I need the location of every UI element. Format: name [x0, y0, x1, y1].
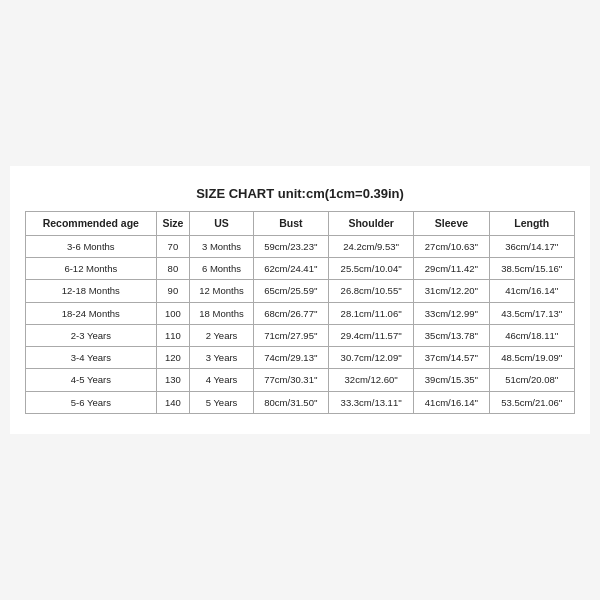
table-cell: 65cm/25.59'': [253, 280, 328, 302]
table-cell: 5-6 Years: [26, 391, 157, 413]
table-cell: 33.3cm/13.11'': [329, 391, 414, 413]
table-cell: 5 Years: [190, 391, 254, 413]
table-row: 4-5 Years1304 Years77cm/30.31''32cm/12.6…: [26, 369, 575, 391]
table-cell: 6 Months: [190, 257, 254, 279]
table-cell: 3 Months: [190, 235, 254, 257]
table-cell: 3-4 Years: [26, 347, 157, 369]
table-cell: 62cm/24.41'': [253, 257, 328, 279]
table-cell: 2 Years: [190, 324, 254, 346]
table-cell: 74cm/29.13'': [253, 347, 328, 369]
table-cell: 130: [156, 369, 190, 391]
table-cell: 77cm/30.31'': [253, 369, 328, 391]
column-header: Recommended age: [26, 211, 157, 235]
table-cell: 31cm/12.20'': [414, 280, 489, 302]
table-header-row: Recommended ageSizeUSBustShoulderSleeveL…: [26, 211, 575, 235]
column-header: US: [190, 211, 254, 235]
table-cell: 70: [156, 235, 190, 257]
table-cell: 28.1cm/11.06'': [329, 302, 414, 324]
size-table: Recommended ageSizeUSBustShoulderSleeveL…: [25, 211, 575, 414]
table-row: 18-24 Months10018 Months68cm/26.77''28.1…: [26, 302, 575, 324]
table-cell: 41cm/16.14'': [414, 391, 489, 413]
table-cell: 4-5 Years: [26, 369, 157, 391]
table-cell: 29.4cm/11.57'': [329, 324, 414, 346]
table-row: 5-6 Years1405 Years80cm/31.50''33.3cm/13…: [26, 391, 575, 413]
column-header: Bust: [253, 211, 328, 235]
table-cell: 71cm/27.95'': [253, 324, 328, 346]
table-cell: 46cm/18.11'': [489, 324, 574, 346]
table-cell: 12-18 Months: [26, 280, 157, 302]
table-cell: 53.5cm/21.06'': [489, 391, 574, 413]
table-cell: 29cm/11.42'': [414, 257, 489, 279]
table-cell: 38.5cm/15.16'': [489, 257, 574, 279]
table-cell: 30.7cm/12.09'': [329, 347, 414, 369]
table-cell: 35cm/13.78'': [414, 324, 489, 346]
table-cell: 36cm/14.17'': [489, 235, 574, 257]
column-header: Size: [156, 211, 190, 235]
table-cell: 120: [156, 347, 190, 369]
table-cell: 43.5cm/17.13'': [489, 302, 574, 324]
column-header: Sleeve: [414, 211, 489, 235]
column-header: Shoulder: [329, 211, 414, 235]
table-cell: 100: [156, 302, 190, 324]
table-cell: 32cm/12.60'': [329, 369, 414, 391]
table-cell: 4 Years: [190, 369, 254, 391]
table-row: 12-18 Months9012 Months65cm/25.59''26.8c…: [26, 280, 575, 302]
table-row: 6-12 Months806 Months62cm/24.41''25.5cm/…: [26, 257, 575, 279]
table-cell: 68cm/26.77'': [253, 302, 328, 324]
table-cell: 51cm/20.08'': [489, 369, 574, 391]
table-cell: 2-3 Years: [26, 324, 157, 346]
table-cell: 25.5cm/10.04'': [329, 257, 414, 279]
table-cell: 37cm/14.57'': [414, 347, 489, 369]
table-cell: 90: [156, 280, 190, 302]
table-cell: 140: [156, 391, 190, 413]
table-cell: 59cm/23.23'': [253, 235, 328, 257]
table-cell: 80: [156, 257, 190, 279]
table-cell: 3-6 Months: [26, 235, 157, 257]
table-cell: 39cm/15.35'': [414, 369, 489, 391]
table-cell: 41cm/16.14'': [489, 280, 574, 302]
column-header: Length: [489, 211, 574, 235]
table-cell: 80cm/31.50'': [253, 391, 328, 413]
table-cell: 27cm/10.63'': [414, 235, 489, 257]
table-row: 3-6 Months703 Months59cm/23.23''24.2cm/9…: [26, 235, 575, 257]
table-cell: 33cm/12.99'': [414, 302, 489, 324]
table-cell: 18-24 Months: [26, 302, 157, 324]
table-cell: 3 Years: [190, 347, 254, 369]
table-cell: 6-12 Months: [26, 257, 157, 279]
table-row: 2-3 Years1102 Years71cm/27.95''29.4cm/11…: [26, 324, 575, 346]
table-cell: 110: [156, 324, 190, 346]
table-cell: 24.2cm/9.53'': [329, 235, 414, 257]
chart-title: SIZE CHART unit:cm(1cm=0.39in): [25, 186, 575, 201]
table-cell: 18 Months: [190, 302, 254, 324]
table-cell: 12 Months: [190, 280, 254, 302]
table-cell: 48.5cm/19.09'': [489, 347, 574, 369]
size-chart-container: SIZE CHART unit:cm(1cm=0.39in) Recommend…: [10, 166, 590, 434]
table-cell: 26.8cm/10.55'': [329, 280, 414, 302]
table-row: 3-4 Years1203 Years74cm/29.13''30.7cm/12…: [26, 347, 575, 369]
